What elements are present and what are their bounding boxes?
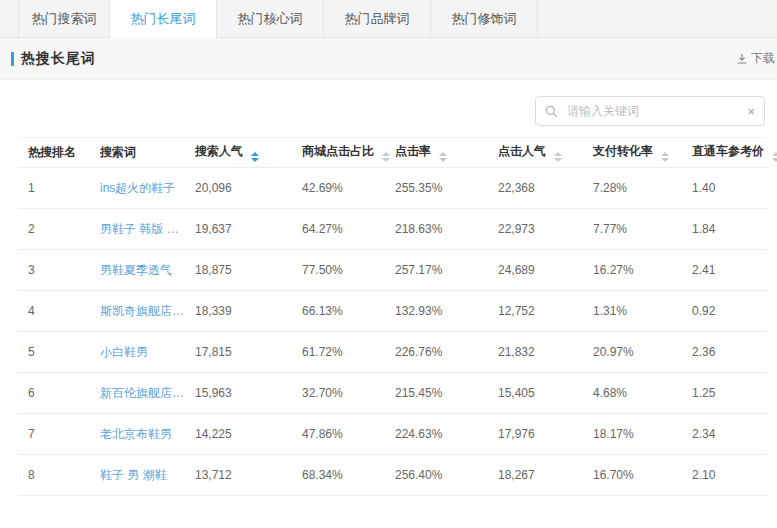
click-rate-cell: 256.40% xyxy=(385,455,488,496)
keyword-link[interactable]: 老北京布鞋男 xyxy=(90,414,185,455)
sort-icon[interactable] xyxy=(554,152,562,162)
mall-click-ratio-cell: 42.69% xyxy=(292,168,385,209)
column-header[interactable]: 商城点击占比 xyxy=(292,138,385,168)
tab-item[interactable]: 热门长尾词 xyxy=(110,0,217,38)
table-row: 2 男鞋子 韩版 潮流 英... 19,637 64.27% 218.63% 2… xyxy=(18,209,767,250)
search-icon xyxy=(545,105,558,118)
column-header[interactable]: 支付转化率 xyxy=(583,138,682,168)
keyword-link[interactable]: 男鞋夏季透气 xyxy=(90,250,185,291)
column-header[interactable]: 点击人气 xyxy=(488,138,583,168)
mall-click-ratio-cell: 77.50% xyxy=(292,250,385,291)
click-rate-cell: 255.35% xyxy=(385,168,488,209)
download-label: 下载 xyxy=(751,50,775,67)
tab-bar: 热门搜索词热门长尾词热门核心词热门品牌词热门修饰词 xyxy=(0,0,777,38)
click-rate-cell: 132.93% xyxy=(385,291,488,332)
mall-click-ratio-cell: 68.34% xyxy=(292,455,385,496)
tab-item[interactable]: 热门修饰词 xyxy=(431,0,538,37)
click-popularity-cell: 18,267 xyxy=(488,455,583,496)
rank-cell: 8 xyxy=(18,455,90,496)
tab-item[interactable]: 热门搜索词 xyxy=(18,0,110,37)
table-row: 3 男鞋夏季透气 18,875 77.50% 257.17% 24,689 16… xyxy=(18,250,767,291)
page-title: 热搜长尾词 xyxy=(21,50,96,68)
ztc-price-cell: 1.84 xyxy=(682,209,767,250)
sort-icon[interactable] xyxy=(382,152,390,162)
download-button[interactable]: 下载 xyxy=(736,50,775,67)
ztc-price-cell: 2.41 xyxy=(682,250,767,291)
click-popularity-cell: 21,832 xyxy=(488,332,583,373)
click-rate-cell: 215.45% xyxy=(385,373,488,414)
table-row: 6 新百伦旗舰店官方正品 15,963 32.70% 215.45% 15,40… xyxy=(18,373,767,414)
column-header: 热搜排名 xyxy=(18,138,90,168)
click-popularity-cell: 24,689 xyxy=(488,250,583,291)
pay-conversion-cell: 4.68% xyxy=(583,373,682,414)
sort-icon[interactable] xyxy=(661,152,669,162)
search-popularity-cell: 17,815 xyxy=(185,332,292,373)
pay-conversion-cell: 7.77% xyxy=(583,209,682,250)
pay-conversion-cell: 20.97% xyxy=(583,332,682,373)
keyword-link[interactable]: 斯凯奇旗舰店官方旗舰 xyxy=(90,291,185,332)
column-header[interactable]: 搜索人气 xyxy=(185,138,292,168)
ztc-price-cell: 2.10 xyxy=(682,455,767,496)
click-rate-cell: 226.76% xyxy=(385,332,488,373)
mall-click-ratio-cell: 32.70% xyxy=(292,373,385,414)
keyword-link[interactable]: 新百伦旗舰店官方正品 xyxy=(90,373,185,414)
column-header[interactable]: 点击率 xyxy=(385,138,488,168)
pay-conversion-cell: 16.70% xyxy=(583,455,682,496)
column-label: 商城点击占比 xyxy=(302,144,374,158)
rank-cell: 1 xyxy=(18,168,90,209)
table-row: 4 斯凯奇旗舰店官方旗舰 18,339 66.13% 132.93% 12,75… xyxy=(18,291,767,332)
column-label: 搜索词 xyxy=(100,145,136,159)
keyword-search-input[interactable] xyxy=(565,103,743,119)
column-label: 支付转化率 xyxy=(593,144,653,158)
column-label: 直通车参考价 xyxy=(692,144,764,158)
sort-icon[interactable] xyxy=(251,152,259,162)
rank-cell: 5 xyxy=(18,332,90,373)
search-row: × xyxy=(0,80,777,137)
section-header: 热搜长尾词 下载 xyxy=(0,38,777,80)
pay-conversion-cell: 7.28% xyxy=(583,168,682,209)
table-body: 1 ins超火的鞋子 20,096 42.69% 255.35% 22,368 … xyxy=(18,168,767,496)
table-row: 5 小白鞋男 17,815 61.72% 226.76% 21,832 20.9… xyxy=(18,332,767,373)
sort-icon[interactable] xyxy=(439,152,447,162)
ztc-price-cell: 1.25 xyxy=(682,373,767,414)
click-popularity-cell: 17,976 xyxy=(488,414,583,455)
ztc-price-cell: 0.92 xyxy=(682,291,767,332)
ztc-price-cell: 2.34 xyxy=(682,414,767,455)
search-box: × xyxy=(535,96,765,126)
click-popularity-cell: 12,752 xyxy=(488,291,583,332)
search-popularity-cell: 20,096 xyxy=(185,168,292,209)
search-popularity-cell: 13,712 xyxy=(185,455,292,496)
mall-click-ratio-cell: 64.27% xyxy=(292,209,385,250)
rank-cell: 2 xyxy=(18,209,90,250)
clear-icon[interactable]: × xyxy=(743,105,755,118)
table-row: 7 老北京布鞋男 14,225 47.86% 224.63% 17,976 18… xyxy=(18,414,767,455)
mall-click-ratio-cell: 47.86% xyxy=(292,414,385,455)
keyword-link[interactable]: 男鞋子 韩版 潮流 英... xyxy=(90,209,185,250)
column-header[interactable]: 直通车参考价 xyxy=(682,138,767,168)
sort-icon[interactable] xyxy=(772,152,777,162)
keyword-link[interactable]: 鞋子 男 潮鞋 xyxy=(90,455,185,496)
tab-item[interactable]: 热门核心词 xyxy=(217,0,324,37)
click-rate-cell: 224.63% xyxy=(385,414,488,455)
ztc-price-cell: 1.40 xyxy=(682,168,767,209)
title-accent-bar xyxy=(11,52,14,66)
download-icon xyxy=(736,53,748,65)
hot-keywords-table: 热搜排名 搜索词 搜索人气 商城点击占比 点击率 点击人气 支付转化率 直通车参… xyxy=(18,137,767,496)
mall-click-ratio-cell: 66.13% xyxy=(292,291,385,332)
table-header-row: 热搜排名 搜索词 搜索人气 商城点击占比 点击率 点击人气 支付转化率 直通车参… xyxy=(18,138,767,168)
click-popularity-cell: 22,368 xyxy=(488,168,583,209)
rank-cell: 6 xyxy=(18,373,90,414)
table-row: 8 鞋子 男 潮鞋 13,712 68.34% 256.40% 18,267 1… xyxy=(18,455,767,496)
search-popularity-cell: 14,225 xyxy=(185,414,292,455)
rank-cell: 7 xyxy=(18,414,90,455)
tab-item[interactable]: 热门品牌词 xyxy=(324,0,431,37)
keyword-link[interactable]: ins超火的鞋子 xyxy=(90,168,185,209)
click-rate-cell: 257.17% xyxy=(385,250,488,291)
column-label: 热搜排名 xyxy=(28,145,76,159)
mall-click-ratio-cell: 61.72% xyxy=(292,332,385,373)
ztc-price-cell: 2.36 xyxy=(682,332,767,373)
pay-conversion-cell: 1.31% xyxy=(583,291,682,332)
column-header: 搜索词 xyxy=(90,138,185,168)
rank-cell: 3 xyxy=(18,250,90,291)
keyword-link[interactable]: 小白鞋男 xyxy=(90,332,185,373)
